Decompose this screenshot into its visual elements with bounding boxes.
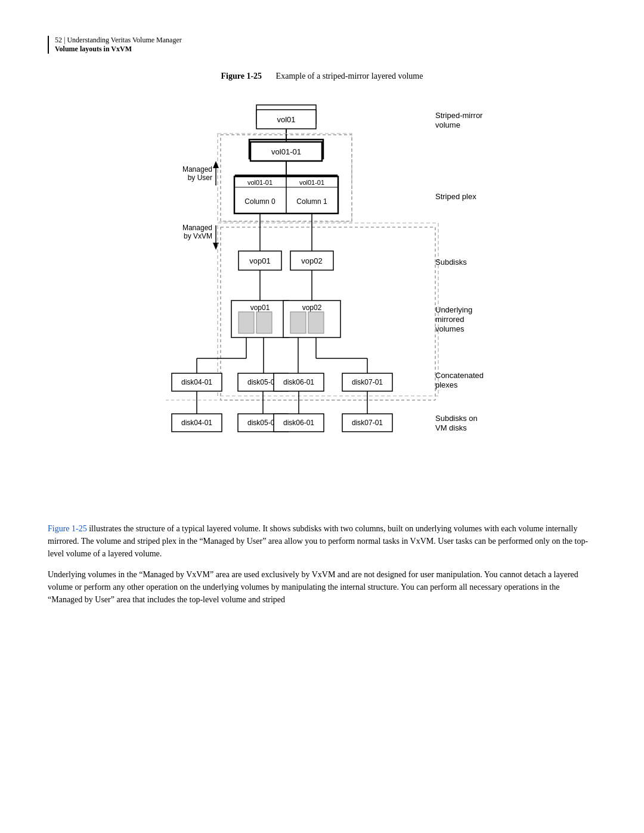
svg-text:by VxVM: by VxVM (184, 232, 212, 240)
svg-text:vol01: vol01 (277, 115, 295, 124)
diagram-container: vol01 vol01-01 vol01-01 vol01-01 (48, 99, 596, 504)
body-text: Figure 1-25 illustrates the structure of… (48, 522, 596, 606)
svg-text:mirrored: mirrored (435, 315, 464, 324)
figure-link[interactable]: Figure 1-25 (48, 524, 87, 533)
paragraph-1: Figure 1-25 illustrates the structure of… (48, 522, 596, 560)
svg-rect-44 (256, 312, 272, 333)
svg-text:disk04-01: disk04-01 (181, 419, 212, 427)
paragraph-2-text: Underlying volumes in the “Managed by Vx… (48, 570, 578, 604)
svg-rect-47 (290, 312, 306, 333)
svg-text:by User: by User (188, 174, 212, 182)
section-title: Volume layouts in VxVM (55, 45, 596, 54)
svg-text:Striped-mirror: Striped-mirror (435, 111, 483, 120)
svg-text:plexes: plexes (435, 380, 458, 389)
page-number-book: 52 | Understanding Veritas Volume Manage… (55, 36, 596, 45)
figure-caption: Example of a striped-mirror layered volu… (276, 72, 423, 80)
svg-text:vop02: vop02 (301, 256, 322, 265)
paragraph-1-text: illustrates the structure of a typical l… (48, 524, 588, 558)
book-title: Understanding Veritas Volume Manager (67, 36, 181, 44)
svg-text:disk07-01: disk07-01 (352, 419, 383, 427)
figure-title: Figure 1-25 Example of a striped-mirror … (48, 72, 596, 81)
svg-text:Managed: Managed (182, 165, 212, 174)
paragraph-2: Underlying volumes in the “Managed by Vx… (48, 568, 596, 606)
svg-text:Concatenated: Concatenated (435, 371, 484, 380)
svg-text:Column 1: Column 1 (296, 197, 327, 206)
svg-text:vol01-01: vol01-01 (299, 179, 324, 186)
svg-text:vol01-01: vol01-01 (247, 179, 273, 186)
svg-text:VM disks: VM disks (435, 423, 467, 432)
svg-text:vop02: vop02 (302, 304, 322, 312)
svg-rect-43 (239, 312, 254, 333)
svg-text:disk06-01: disk06-01 (283, 419, 314, 427)
svg-text:Subdisks: Subdisks (435, 258, 467, 267)
svg-text:Striped plex: Striped plex (435, 192, 476, 201)
svg-text:vop01: vop01 (249, 256, 270, 265)
svg-text:disk07-01: disk07-01 (352, 378, 383, 386)
svg-text:Subdisks on: Subdisks on (435, 414, 478, 423)
figure-label: Figure 1-25 (221, 72, 262, 80)
svg-rect-48 (308, 312, 324, 333)
svg-text:vop01: vop01 (250, 304, 270, 312)
page-number: 52 (55, 36, 62, 44)
diagram-svg: vol01 vol01-01 vol01-01 vol01-01 (95, 99, 549, 498)
svg-text:volume: volume (435, 120, 460, 129)
svg-text:disk04-01: disk04-01 (181, 378, 212, 386)
svg-text:vol01-01: vol01-01 (271, 147, 301, 156)
svg-text:volumes: volumes (435, 324, 465, 333)
svg-text:Column 0: Column 0 (244, 197, 275, 206)
svg-text:disk06-01: disk06-01 (283, 378, 314, 386)
svg-text:Underlying: Underlying (435, 305, 472, 314)
page: 52 | Understanding Veritas Volume Manage… (0, 0, 644, 650)
page-header: 52 | Understanding Veritas Volume Manage… (48, 36, 596, 54)
svg-text:Managed: Managed (182, 224, 212, 232)
